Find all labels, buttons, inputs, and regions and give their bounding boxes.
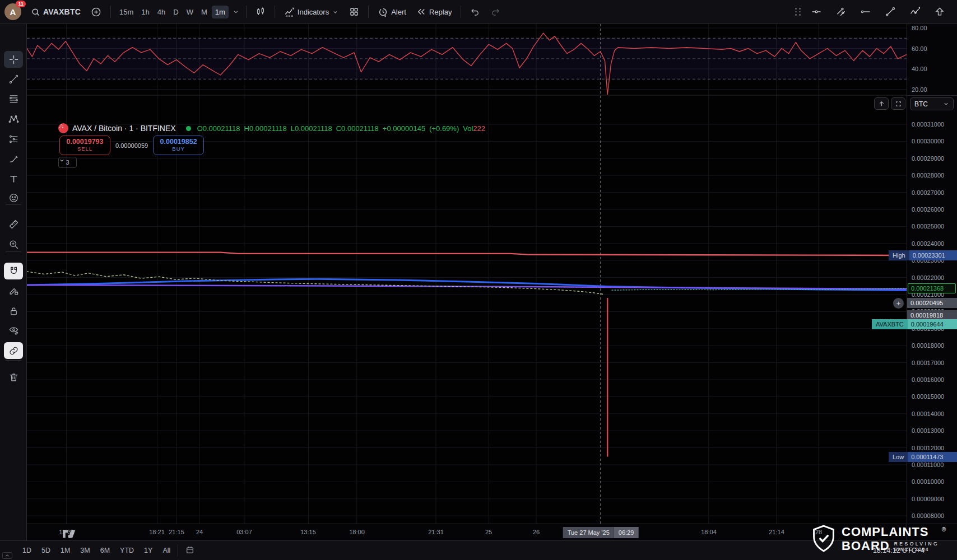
rsi-axis-tick: 60.00: [912, 45, 927, 53]
trend-line-icon: [8, 74, 19, 85]
axis-currency-value: BTC: [914, 100, 928, 108]
sell-label: SELL: [60, 146, 110, 152]
buy-label: BUY: [154, 146, 203, 152]
high-price-label: High 0.00023301: [889, 250, 957, 260]
axis-currency-dropdown[interactable]: BTC: [910, 97, 954, 110]
alert-button[interactable]: Alert: [374, 4, 410, 20]
publish-arrow-button[interactable]: [930, 3, 949, 20]
price-axis-tick: 0.00014000: [912, 410, 944, 418]
fib-retracement-tool[interactable]: [4, 90, 23, 107]
change-value: +0.00000145: [383, 124, 425, 133]
range-6m[interactable]: 6M: [96, 544, 114, 557]
forecast-tool[interactable]: [4, 130, 23, 147]
timeframe-1m[interactable]: 1m: [212, 6, 229, 18]
drawing-pencil-lock-tool[interactable]: [4, 282, 23, 299]
hide-drawings-tool[interactable]: [4, 321, 23, 338]
chart-canvas[interactable]: [27, 24, 907, 524]
go-to-date-button[interactable]: [181, 543, 199, 558]
scroll-to-recent-button[interactable]: [874, 97, 889, 110]
rewind-icon: [416, 7, 426, 17]
chart-plot-area[interactable]: AVAX / Bitcoin · 1 · BITFINEX O0.0002111…: [27, 24, 907, 524]
timeframe-4h[interactable]: 4h: [154, 6, 169, 18]
symbol-search[interactable]: AVAXBTC: [27, 4, 85, 20]
time-axis[interactable]: 12:3118:2121:152403:0713:1518:0021:31252…: [27, 524, 907, 540]
market-status-dot[interactable]: [186, 126, 191, 131]
panel-expand-chevron-up[interactable]: [2, 552, 12, 559]
range-1m[interactable]: 1M: [56, 544, 75, 557]
zoom-in-tool[interactable]: [4, 236, 23, 253]
crosshair-price-label: 0.00020495: [907, 298, 957, 308]
top-toolbar: A 11 AVAXBTC 15m1h4hDWM1m: [0, 0, 957, 24]
timeframe-D[interactable]: D: [170, 6, 182, 18]
buy-button[interactable]: 0.00019852 BUY: [153, 136, 204, 155]
timeframe-chevron-down-icon[interactable]: [231, 5, 241, 18]
spread-value: 0.00000059: [115, 142, 148, 149]
indicators-collapse-toggle[interactable]: 3: [58, 157, 77, 168]
toolbar-divider: [6, 360, 21, 361]
avatar-initial: A: [10, 7, 16, 17]
timeframe-1h[interactable]: 1h: [138, 6, 152, 18]
timeframe-W[interactable]: W: [183, 6, 197, 18]
price-axis-tick: 0.00010000: [912, 478, 944, 486]
compare-add-button[interactable]: [87, 4, 105, 20]
price-axis-tick: 0.00012000: [912, 444, 944, 452]
chart-legend[interactable]: AVAX / Bitcoin · 1 · BITFINEX O0.0002111…: [58, 123, 485, 133]
brush-tool[interactable]: [4, 150, 23, 167]
horizontal-line-tool-button[interactable]: [807, 3, 826, 20]
symbol-title[interactable]: AVAX / Bitcoin · 1 · BITFINEX: [72, 124, 176, 133]
tradingview-app: A 11 AVAXBTC 15m1h4hDWM1m: [0, 0, 957, 560]
watermark-line1: COMPLAINTS: [842, 526, 939, 538]
timeframe-15m[interactable]: 15m: [116, 6, 137, 18]
maximize-pane-button[interactable]: [891, 97, 905, 110]
search-icon: [31, 7, 40, 17]
polyline-forecast-tool-button[interactable]: [905, 3, 925, 20]
xabcd-pattern-tool[interactable]: [4, 110, 23, 127]
chart-style-button[interactable]: [252, 4, 270, 20]
remove-drawings-tool[interactable]: [4, 368, 23, 385]
redo-button[interactable]: [486, 4, 504, 20]
timeframe-M[interactable]: M: [198, 6, 211, 18]
text-tool[interactable]: [4, 170, 23, 187]
favorites-drag-handle[interactable]: [795, 8, 801, 16]
lock-all-drawings-tool[interactable]: [4, 302, 23, 319]
add-alert-plus-icon[interactable]: +: [893, 298, 904, 309]
range-ytd[interactable]: YTD: [115, 544, 138, 557]
replay-button[interactable]: Replay: [412, 4, 456, 20]
ray-icon: [860, 6, 871, 17]
magnet-tool[interactable]: [4, 263, 23, 279]
range-all[interactable]: All: [158, 544, 175, 557]
ray-tool-button[interactable]: [856, 3, 875, 20]
range-1y[interactable]: 1Y: [140, 544, 157, 557]
trend-line-tool[interactable]: [4, 71, 23, 87]
layout-templates-button[interactable]: [345, 4, 363, 20]
toolbar-divider: [6, 204, 21, 205]
compare-symbol-label: AVAXBTC 0.00019644: [872, 319, 957, 329]
link-drawings-tool[interactable]: [4, 342, 23, 359]
alert-label: Alert: [391, 8, 406, 16]
time-axis-tick: 13:15: [300, 529, 316, 535]
date-range-row: 1D5D1M3M6MYTD1YAll: [18, 544, 175, 557]
range-3m[interactable]: 3M: [76, 544, 94, 557]
maximize-icon: [895, 100, 902, 108]
ruler-tool[interactable]: [4, 216, 23, 232]
parallel-channel-tool-button[interactable]: [831, 3, 851, 20]
rsi-axis-tick: 80.00: [912, 24, 927, 32]
trend-line-tool-button[interactable]: [881, 3, 900, 20]
crosshair-tool[interactable]: [4, 51, 23, 68]
time-axis-tick: 18:00: [349, 529, 365, 535]
ma-purple: [27, 285, 907, 289]
polyline-arrow-icon: [909, 6, 921, 17]
range-1d[interactable]: 1D: [18, 544, 36, 557]
undo-icon: [470, 7, 480, 17]
sell-button[interactable]: 0.00019793 SELL: [59, 136, 110, 155]
zoom-in-icon: [8, 239, 19, 250]
pane-separator[interactable]: [907, 95, 957, 96]
candles-icon: [255, 7, 266, 17]
price-axis-tick: 0.00024000: [912, 240, 944, 248]
range-5d[interactable]: 5D: [37, 544, 55, 557]
indicators-button[interactable]: Indicators: [280, 4, 343, 20]
user-avatar[interactable]: A 11: [4, 3, 21, 20]
timeframe-row: 15m1h4hDWM1m: [116, 6, 229, 18]
emoji-tool[interactable]: [4, 189, 23, 206]
undo-button[interactable]: [466, 4, 484, 20]
